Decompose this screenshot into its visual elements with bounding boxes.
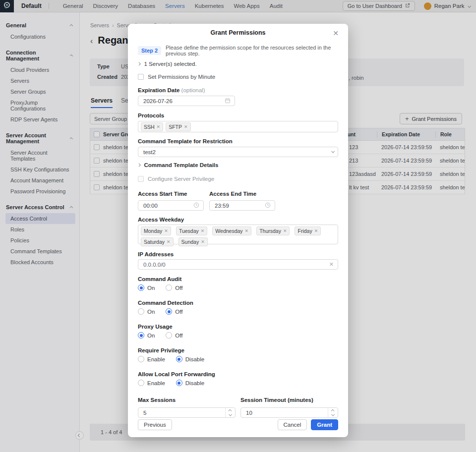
- chevron-right-icon: [137, 164, 140, 167]
- radio-label[interactable]: Off: [175, 333, 182, 339]
- remove-tag-icon[interactable]: ✕: [164, 228, 168, 233]
- session-timeout-value: 10: [246, 410, 325, 416]
- step-row: Step 2 Please define the permission scop…: [138, 45, 338, 56]
- protocol-tag-sftp: SFTP ✕: [166, 122, 190, 131]
- number-stepper[interactable]: [225, 408, 235, 417]
- configure-server-privilege-checkbox[interactable]: [138, 176, 144, 182]
- remove-tag-icon[interactable]: ✕: [201, 239, 205, 244]
- step-description: Please define the permission scope for t…: [166, 45, 338, 56]
- protocol-tag-ssh: SSH ✕: [141, 122, 163, 131]
- radio-label[interactable]: Disable: [185, 356, 204, 362]
- remove-tag-icon[interactable]: ✕: [245, 228, 249, 233]
- access-start-value: 00:00: [143, 203, 193, 209]
- step-badge: Step 2: [138, 46, 161, 55]
- radio-label[interactable]: Disable: [185, 380, 204, 386]
- access-weekday-input[interactable]: Monday✕ Tuesday✕ Wednesday✕ Thursday✕ Fr…: [138, 225, 338, 244]
- command-template-select[interactable]: test2: [138, 147, 338, 157]
- modal-title: Grant Permissions: [138, 29, 338, 36]
- radio-label[interactable]: On: [147, 285, 155, 291]
- radio-label[interactable]: Enable: [147, 356, 165, 362]
- radio-command-detection-off[interactable]: [166, 308, 172, 315]
- radio-label[interactable]: Enable: [147, 380, 165, 386]
- set-permissions-by-minute-label: Set Permissions by Minute: [148, 74, 215, 80]
- access-end-input[interactable]: 23:59: [209, 200, 275, 211]
- cancel-button[interactable]: Cancel: [278, 419, 307, 430]
- radio-command-detection-on[interactable]: [138, 308, 144, 315]
- protocols-input[interactable]: SSH ✕ SFTP ✕: [138, 121, 338, 132]
- radio-label[interactable]: Off: [175, 309, 182, 315]
- weekday-tag-friday: Friday✕: [295, 226, 321, 235]
- command-template-details-label: Command Template Details: [144, 162, 219, 168]
- radio-require-privilege-enable[interactable]: [138, 356, 144, 362]
- remove-tag-icon[interactable]: ✕: [201, 228, 205, 233]
- ip-addresses-label: IP Addresses: [138, 251, 338, 257]
- remove-tag-icon[interactable]: ✕: [167, 239, 171, 244]
- session-timeout-col: Session Timeout (minutes) 10: [240, 395, 338, 418]
- remove-tag-icon[interactable]: ✕: [157, 124, 161, 129]
- expiration-date-label-text: Expiration Date: [138, 87, 179, 93]
- close-icon[interactable]: ✕: [331, 29, 340, 38]
- max-sessions-input[interactable]: 5: [138, 407, 236, 418]
- radio-port-forwarding-disable[interactable]: [176, 380, 182, 386]
- modal-footer: Previous Cancel Grant: [138, 419, 338, 430]
- radio-command-audit-on[interactable]: [138, 284, 144, 291]
- remove-tag-icon[interactable]: ✕: [314, 228, 318, 233]
- max-sessions-col: Max Sessions 5: [138, 395, 236, 418]
- stepper-down-icon[interactable]: [229, 413, 232, 416]
- stepper-up-icon[interactable]: [229, 409, 232, 412]
- clear-icon[interactable]: ✕: [329, 261, 334, 268]
- expiration-date-label: Expiration Date (optional): [138, 87, 338, 93]
- set-permissions-by-minute-checkbox[interactable]: [138, 74, 144, 80]
- weekday-tag-wednesday: Wednesday✕: [212, 226, 251, 235]
- weekday-tag-label: Sunday: [181, 239, 199, 245]
- access-time-row: Access Start Time 00:00 Access End Time …: [138, 191, 338, 211]
- weekday-tag-label: Friday: [298, 228, 312, 234]
- chevron-right-icon: [137, 62, 140, 65]
- access-start-input[interactable]: 00:00: [138, 200, 204, 211]
- require-privilege-label: Require Privilege: [138, 347, 338, 353]
- radio-command-audit-off[interactable]: [166, 284, 172, 291]
- require-privilege-options: Enable Disable: [138, 356, 338, 362]
- weekday-tag-label: Monday: [144, 228, 162, 234]
- servers-selected-toggle[interactable]: 1 Server(s) selected.: [138, 61, 338, 67]
- max-sessions-value: 5: [143, 410, 222, 416]
- radio-port-forwarding-enable[interactable]: [138, 380, 144, 386]
- radio-require-privilege-disable[interactable]: [176, 356, 182, 362]
- grant-button[interactable]: Grant: [311, 419, 338, 430]
- radio-proxy-usage-on[interactable]: [138, 332, 144, 339]
- command-template-value: test2: [143, 149, 332, 155]
- stepper-up-icon[interactable]: [331, 409, 334, 412]
- session-timeout-input[interactable]: 10: [240, 407, 338, 418]
- expiration-date-input[interactable]: 2026-07-26: [138, 96, 235, 106]
- command-detection-label: Command Detection: [138, 300, 338, 306]
- ip-addresses-input[interactable]: 0.0.0.0/0 ✕: [138, 259, 338, 270]
- number-stepper[interactable]: [328, 408, 338, 417]
- session-timeout-label: Session Timeout (minutes): [240, 397, 313, 403]
- radio-label[interactable]: On: [147, 309, 155, 315]
- configure-server-privilege-row[interactable]: Configure Server Privilege: [138, 176, 338, 182]
- weekday-tag-monday: Monday✕: [141, 226, 171, 235]
- weekday-tag-label: Thursday: [259, 228, 281, 234]
- servers-selected-label: 1 Server(s) selected.: [144, 61, 197, 67]
- grant-permissions-modal: Grant Permissions ✕ Step 2 Please define…: [128, 24, 348, 437]
- command-template-label: Command Template for Restriction: [138, 138, 338, 144]
- command-audit-label: Command Audit: [138, 276, 338, 282]
- expiration-date-optional: (optional): [181, 87, 205, 93]
- set-permissions-by-minute-row[interactable]: Set Permissions by Minute: [138, 74, 338, 80]
- max-sessions-label: Max Sessions: [138, 397, 176, 403]
- command-audit-options: On Off: [138, 284, 338, 291]
- clock-icon: [193, 202, 199, 209]
- previous-button[interactable]: Previous: [138, 419, 172, 430]
- remove-tag-icon[interactable]: ✕: [184, 124, 188, 129]
- radio-proxy-usage-off[interactable]: [166, 332, 172, 339]
- protocol-tag-label: SSH: [144, 124, 155, 130]
- sessions-row: Max Sessions 5 Session Timeout (minutes)…: [138, 395, 338, 418]
- stepper-down-icon[interactable]: [331, 413, 334, 416]
- command-template-details-toggle[interactable]: Command Template Details: [138, 162, 338, 168]
- remove-tag-icon[interactable]: ✕: [283, 228, 287, 233]
- allow-local-port-forwarding-label: Allow Local Port Forwarding: [138, 371, 338, 377]
- radio-label[interactable]: Off: [175, 285, 182, 291]
- access-end-label: Access End Time: [209, 191, 275, 197]
- radio-label[interactable]: On: [147, 333, 155, 339]
- chevron-down-icon: [331, 150, 334, 153]
